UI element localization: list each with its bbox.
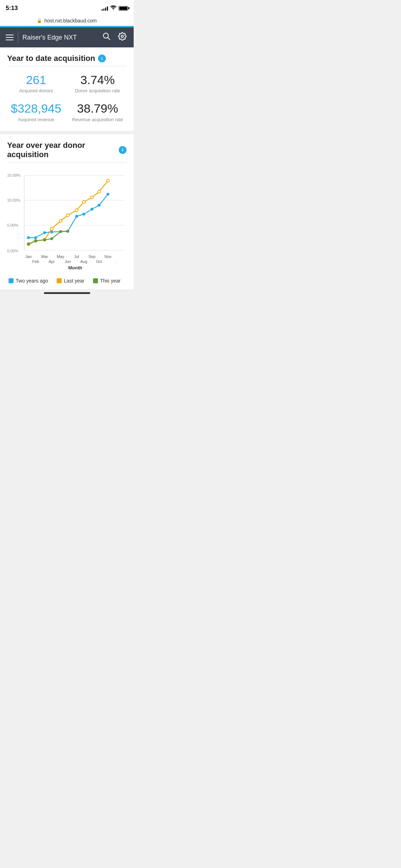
svg-text:Aug: Aug [80, 259, 87, 264]
svg-point-20 [91, 208, 93, 211]
svg-text:Jan: Jan [25, 254, 32, 259]
svg-text:Jun: Jun [65, 259, 71, 264]
svg-point-32 [98, 190, 101, 193]
status-time: 5:13 [6, 5, 18, 12]
url-bar: 🔒 host.nxt.blackbaud.com [0, 16, 134, 26]
ytd-info-icon[interactable]: i [98, 55, 106, 62]
svg-point-33 [107, 179, 109, 182]
home-indicator [0, 289, 134, 296]
svg-text:10.00%: 10.00% [7, 198, 21, 202]
home-bar [44, 292, 90, 294]
battery-icon [119, 6, 128, 11]
app-title: Raiser's Edge NXT [22, 34, 97, 41]
ytd-acquisition-card: Year to date acquisition i 261 Acquired … [0, 47, 134, 131]
svg-text:15.00%: 15.00% [7, 173, 21, 177]
acquired-donors-label: Acquired donors [7, 88, 65, 93]
line-chart: 15.00% 10.00% 5.00% 0.00% [7, 170, 127, 269]
stats-grid: 261 Acquired donors 3.74% Donor acquisit… [7, 73, 127, 122]
chart-title-row: Year over year donor acquisition i [7, 141, 127, 159]
search-button[interactable] [101, 31, 112, 44]
ytd-title-row: Year to date acquisition i [7, 54, 127, 63]
url-text: host.nxt.blackbaud.com [44, 18, 97, 24]
svg-point-14 [43, 231, 46, 234]
svg-point-35 [34, 239, 37, 242]
hamburger-menu-button[interactable] [6, 35, 14, 40]
svg-text:0.00%: 0.00% [7, 249, 18, 253]
svg-point-30 [82, 201, 85, 203]
ytd-divider [7, 66, 127, 66]
svg-point-21 [98, 204, 101, 207]
svg-text:Sep: Sep [88, 254, 96, 259]
legend-dot-two-years [9, 278, 14, 283]
svg-point-31 [91, 196, 93, 199]
legend-dot-last-year [57, 278, 62, 283]
ytd-section-title: Year to date acquisition [7, 54, 95, 63]
chart-container: 15.00% 10.00% 5.00% 0.00% [7, 170, 127, 271]
donor-rate-value: 3.74% [69, 73, 127, 87]
svg-point-36 [43, 238, 46, 241]
svg-point-29 [75, 209, 78, 212]
svg-point-19 [82, 213, 85, 216]
main-content: Year to date acquisition i 261 Acquired … [0, 47, 134, 289]
svg-point-18 [75, 215, 78, 218]
status-icons [102, 5, 128, 11]
legend-last-year: Last year [57, 278, 84, 284]
acquired-donors-value: 261 [7, 73, 65, 87]
svg-text:Mar: Mar [41, 254, 48, 259]
donor-rate-label: Donor acquisition rate [69, 88, 127, 93]
chart-info-icon[interactable]: i [119, 146, 127, 154]
svg-point-13 [34, 236, 37, 239]
revenue-rate-value: 38.79% [69, 102, 127, 115]
svg-point-38 [59, 230, 62, 233]
svg-text:Jul: Jul [74, 254, 79, 259]
chart-section-title: Year over year donor acquisition [7, 141, 116, 159]
acquired-revenue-label: Acquired revenue [7, 117, 65, 122]
svg-point-28 [66, 214, 69, 217]
nav-divider [18, 31, 18, 44]
acquired-revenue-value: $328,945 [7, 102, 65, 115]
legend-dot-this-year [93, 278, 98, 283]
wifi-icon [110, 5, 117, 11]
svg-text:5.00%: 5.00% [7, 223, 18, 227]
status-bar: 5:13 [0, 0, 134, 16]
svg-point-22 [107, 193, 109, 196]
svg-text:Oct: Oct [96, 259, 102, 264]
legend-label-last-year: Last year [64, 278, 84, 284]
svg-point-12 [27, 236, 30, 239]
svg-line-1 [108, 38, 110, 40]
stat-revenue-rate: 38.79% Revenue acquisition rate [69, 102, 127, 122]
settings-button[interactable] [117, 31, 128, 44]
signal-icon [102, 6, 108, 11]
stat-donor-rate: 3.74% Donor acquisition rate [69, 73, 127, 93]
stat-acquired-revenue: $328,945 Acquired revenue [7, 102, 65, 122]
legend-two-years-ago: Two years ago [9, 278, 48, 284]
svg-point-37 [50, 237, 53, 240]
svg-text:May: May [57, 254, 65, 259]
revenue-rate-label: Revenue acquisition rate [69, 117, 127, 122]
legend-label-this-year: This year [100, 278, 121, 284]
svg-text:.: . [114, 259, 115, 264]
chart-divider [7, 162, 127, 162]
svg-point-26 [50, 227, 53, 230]
nav-bar: Raiser's Edge NXT [0, 27, 134, 47]
svg-text:Month: Month [68, 265, 82, 270]
svg-text:Nov: Nov [104, 254, 112, 259]
legend-this-year: This year [93, 278, 121, 284]
lock-icon: 🔒 [37, 18, 42, 23]
legend-label-two-years: Two years ago [16, 278, 48, 284]
svg-point-39 [66, 230, 69, 233]
svg-point-27 [59, 219, 62, 222]
stat-acquired-donors: 261 Acquired donors [7, 73, 65, 93]
yoy-chart-card: Year over year donor acquisition i 15.00… [0, 134, 134, 289]
svg-point-2 [121, 35, 123, 37]
chart-legend: Two years ago Last year This year [7, 278, 127, 284]
svg-text:Apr: Apr [48, 259, 55, 264]
svg-point-34 [27, 243, 30, 246]
svg-text:Feb: Feb [32, 259, 39, 264]
